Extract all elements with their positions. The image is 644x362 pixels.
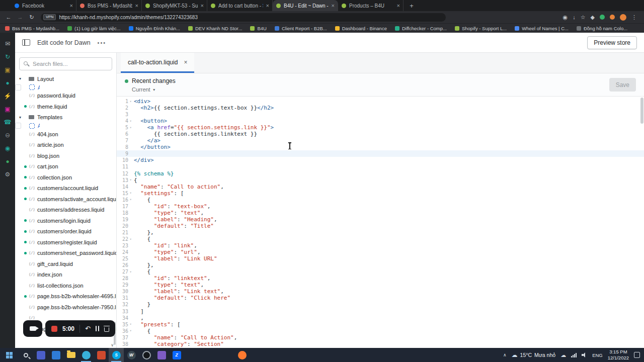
code-line[interactable]: <a href="{{ section.settings.link }}">	[133, 124, 644, 131]
messenger-icon[interactable]: ⚡	[4, 92, 12, 100]
code-line[interactable]: "settings": [	[133, 190, 644, 197]
sidebar-scroll-down-icon[interactable]: ∨	[111, 343, 114, 347]
code-line[interactable]: {{ section.settings.linktext }}	[133, 131, 644, 137]
tab-close-icon[interactable]: ×	[70, 3, 73, 9]
visual-studio-icon[interactable]	[154, 348, 169, 362]
reload-button[interactable]: ↻	[27, 14, 36, 21]
file-tree-row[interactable]: blog.json	[15, 150, 116, 161]
toggle-sidebar-icon[interactable]	[22, 39, 30, 46]
file-tree-row[interactable]: cart.json	[15, 161, 116, 172]
code-line[interactable]: "default": "Click here"	[133, 295, 644, 301]
code-line[interactable]	[133, 111, 644, 118]
bookmark-item[interactable]: DEV Khanh ND Stor...	[188, 26, 242, 31]
phone-icon[interactable]: ☎	[4, 118, 12, 126]
preview-store-button[interactable]: Preview store	[587, 36, 637, 49]
file-tree-row[interactable]: theme.liquid	[15, 101, 116, 112]
wordpress-icon[interactable]: W	[124, 348, 139, 362]
file-tree-row[interactable]: customers/reset_password.liquid	[15, 248, 116, 259]
close-file-icon[interactable]: ×	[184, 59, 187, 66]
bookmark-item[interactable]: Wheel of Names | C...	[515, 26, 569, 31]
taskbar-clock[interactable]: 3:15 PM 12/1/2022	[608, 349, 629, 361]
file-tree-row[interactable]: customers/activate_account.liquid	[15, 194, 116, 205]
bookmark-item[interactable]: Dashboard - Binance	[335, 26, 387, 31]
code-line[interactable]: {	[133, 197, 644, 203]
code-line[interactable]: },	[133, 262, 644, 268]
cloud-sync-icon[interactable]: ☁	[560, 352, 566, 358]
code-line[interactable]: {% schema %}	[133, 170, 644, 177]
code-line[interactable]: }	[133, 301, 644, 308]
code-line[interactable]: "type": "text",	[133, 282, 644, 288]
browser-tab[interactable]: B4U - Edit ~ Dawn - Shopify ×	[273, 0, 338, 11]
version-dropdown[interactable]: Current ▼	[132, 86, 644, 93]
code-line[interactable]: {	[133, 177, 644, 184]
language-indicator[interactable]: ENG	[592, 352, 603, 358]
start-button[interactable]	[0, 348, 18, 362]
more-actions-button[interactable]: •••	[98, 40, 107, 46]
search-files-input[interactable]	[19, 57, 112, 70]
file-tree-row[interactable]: article.json	[15, 140, 116, 151]
sync-icon[interactable]: ↻	[4, 53, 12, 61]
code-line[interactable]: "id": "text-box",	[133, 203, 644, 210]
tray-expand-icon[interactable]: ∧	[503, 352, 507, 357]
archive-box-icon[interactable]: ▣	[4, 66, 12, 74]
file-tree-row[interactable]: Add a new template	[15, 123, 21, 129]
extension-b-icon[interactable]	[610, 15, 615, 20]
code-line[interactable]: <button>	[133, 118, 644, 124]
bookmark-star-icon[interactable]: ☆	[581, 15, 586, 20]
file-tree-row[interactable]: index.json	[15, 269, 116, 281]
bookmark-item[interactable]: B4U	[250, 26, 266, 31]
code-line[interactable]	[133, 163, 644, 170]
code-line[interactable]: "presets": [	[133, 321, 644, 328]
new-tab-button[interactable]: +	[407, 1, 417, 11]
bookmark-item[interactable]: Nguyễn Đình Khán...	[129, 26, 180, 31]
teams-icon[interactable]	[33, 348, 48, 362]
open-file-tab[interactable]: call-to-action.liquid ×	[121, 53, 194, 73]
tab-close-icon[interactable]: ×	[135, 3, 138, 9]
browser-tab[interactable]: Add to cart button - Shopi... ×	[207, 0, 273, 11]
chat-bubble-icon[interactable]: ●	[4, 79, 12, 87]
edge-icon[interactable]	[78, 348, 94, 362]
editor-scrollbar[interactable]	[640, 98, 643, 124]
bookmark-item[interactable]: Đồng hồ nam Colo...	[577, 26, 627, 31]
code-line[interactable]: "category": "Section"	[133, 341, 644, 347]
volume-icon[interactable]	[582, 352, 587, 357]
code-line[interactable]: </div>	[133, 157, 644, 163]
file-tree-row[interactable]: gift_card.liquid	[15, 258, 116, 269]
pause-recording-icon[interactable]	[96, 326, 100, 331]
code-line[interactable]: <h2>{{ section.settings.text-box }}</h2>	[133, 105, 644, 111]
file-tree-row[interactable]: customers/addresses.liquid	[15, 205, 116, 216]
code-line[interactable]	[133, 150, 644, 157]
code-line[interactable]: </button>	[133, 144, 644, 150]
file-tree-row[interactable]: password.liquid	[15, 90, 116, 102]
tab-close-icon[interactable]: ×	[397, 3, 400, 9]
file-tree-row[interactable]: Layout	[15, 73, 116, 84]
code-line[interactable]: </a>	[133, 137, 644, 144]
taskbar-search-button[interactable]	[18, 348, 33, 362]
address-bar[interactable]: VPN https://khanh-nd.myshopify.com/admin…	[41, 13, 446, 22]
profile-avatar[interactable]	[620, 14, 626, 21]
extensions-icon[interactable]: ◆	[591, 15, 595, 20]
zalo-icon[interactable]: Z	[169, 348, 184, 362]
save-button[interactable]: Save	[609, 78, 636, 92]
browser-tab[interactable]: Facebook ×	[11, 0, 76, 11]
forward-button[interactable]: →	[16, 14, 25, 20]
file-tree-row[interactable]: page.bss-b2b-wholesaler-7950.liq...	[15, 302, 116, 313]
file-tree-row[interactable]: customers/login.liquid	[15, 215, 116, 226]
weather-widget[interactable]: ☁ 15°C Mưa nhỏ	[512, 351, 556, 358]
code-line[interactable]: "type": "url",	[133, 249, 644, 255]
file-tree-row[interactable]: list-collections.json	[15, 280, 116, 291]
code-lines[interactable]: <div> <h2>{{ section.settings.text-box }…	[133, 98, 644, 348]
minus-icon[interactable]: ⊖	[4, 131, 12, 139]
tab-close-icon[interactable]: ×	[332, 3, 335, 9]
back-button[interactable]: ←	[4, 14, 13, 20]
vpn-badge[interactable]: VPN	[43, 14, 56, 20]
browser-menu-icon[interactable]: ⋮	[631, 15, 637, 20]
extension-a-icon[interactable]	[600, 15, 605, 20]
code-line[interactable]: ]	[133, 308, 644, 315]
file-tree-row[interactable]: customers/account.liquid	[15, 183, 116, 194]
skype-icon[interactable]: S	[109, 348, 124, 362]
file-tree-row[interactable]: collection.json	[15, 172, 116, 183]
code-line[interactable]: ,	[133, 315, 644, 321]
camera-icon[interactable]: ◉	[563, 15, 568, 20]
file-tree-row[interactable]: 404.json	[15, 129, 116, 140]
